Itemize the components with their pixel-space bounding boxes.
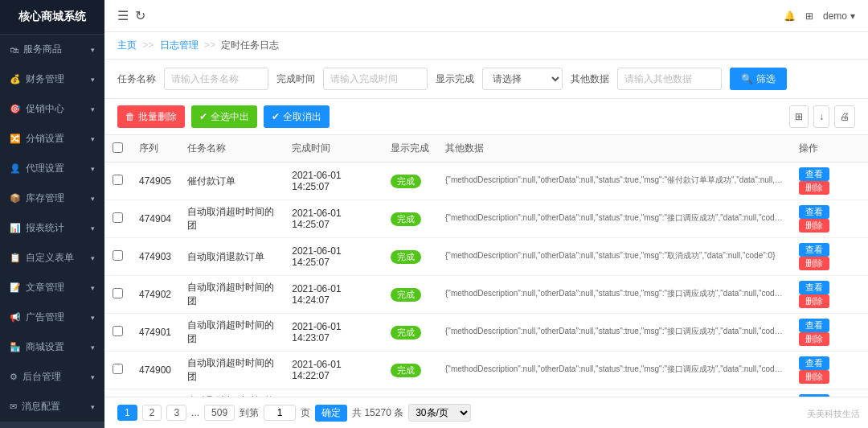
row-op[interactable]: 查看 删除 [791, 314, 868, 352]
row-op[interactable]: 查看 删除 [791, 238, 868, 276]
table-body: 474905 催付款订单 2021-06-01 14:25:07 完成 {"me… [104, 163, 868, 397]
row-checkbox-cell[interactable] [104, 238, 131, 276]
goto-input[interactable] [264, 405, 296, 421]
sidebar-item-finance[interactable]: 💰财务管理 ▾ [0, 64, 104, 94]
view-button[interactable]: 查看 [799, 356, 829, 370]
delete-button[interactable]: 删除 [799, 219, 829, 233]
row-id: 474902 [131, 276, 179, 314]
complete-time-input[interactable] [323, 68, 428, 90]
row-checkbox-cell[interactable] [104, 200, 131, 238]
breadcrumb-home[interactable]: 主页 [117, 39, 137, 51]
row-checkbox-cell[interactable] [104, 314, 131, 352]
row-name: 催付款订单 [179, 163, 284, 200]
ad-icon: 📢 [10, 312, 21, 323]
is-complete-select[interactable]: 请选择 是 否 [482, 68, 563, 90]
row-checkbox-cell[interactable] [104, 389, 131, 397]
extra-data-input[interactable] [617, 68, 722, 90]
header-checkbox[interactable] [113, 142, 123, 153]
search-icon: 🔍 [741, 73, 753, 84]
sidebar-item-services[interactable]: 🛍服务商品 ▾ [0, 35, 104, 64]
inventory-icon: 📦 [10, 193, 21, 204]
print-button[interactable]: 🖨 [834, 105, 855, 128]
total-label: 共 15270 条 [352, 406, 403, 420]
row-checkbox[interactable] [113, 212, 123, 223]
sidebar-item-backend[interactable]: ⚙后台管理 ▾ [0, 362, 104, 392]
row-op[interactable]: 查看 删除 [791, 276, 868, 314]
sidebar-item-report[interactable]: 📊报表统计 ▾ [0, 213, 104, 243]
chevron-icon: ▾ [91, 165, 95, 173]
row-checkbox[interactable] [113, 364, 123, 374]
page-size-select[interactable]: 30条/页 50条/页 100条/页 [408, 404, 471, 422]
select-all-button[interactable]: ✔ 全选中出 [191, 105, 257, 128]
search-button[interactable]: 🔍 筛选 [730, 68, 787, 90]
row-id: 474903 [131, 238, 179, 276]
chevron-icon: ▾ [91, 373, 95, 381]
col-data: 其他数据 [437, 135, 791, 163]
delete-button[interactable]: 删除 [799, 181, 829, 195]
user-chevron-icon: ▾ [850, 10, 855, 22]
row-id: 474905 [131, 163, 179, 200]
notification-icon[interactable]: 🔔 [784, 10, 796, 22]
select-cancel-button[interactable]: ✔ 全取消出 [264, 105, 330, 128]
sidebar-item-branch[interactable]: 🔀分销设置 ▾ [0, 124, 104, 154]
finance-icon: 💰 [10, 74, 21, 84]
sidebar-item-inventory[interactable]: 📦库存管理 ▾ [0, 183, 104, 213]
delete-button[interactable]: 删除 [799, 370, 829, 384]
row-checkbox-cell[interactable] [104, 276, 131, 314]
row-checkbox-cell[interactable] [104, 352, 131, 389]
sidebar-item-agent[interactable]: 👤代理设置 ▾ [0, 154, 104, 183]
page-btn-509[interactable]: 509 [204, 405, 235, 421]
export-button[interactable]: ↓ [813, 105, 829, 128]
sidebar-item-promotion[interactable]: 🎯促销中心 ▾ [0, 94, 104, 124]
chevron-icon: ▾ [91, 105, 95, 113]
chevron-icon: ▾ [91, 195, 95, 203]
topbar: ☰ ↻ 🔔 ⊞ demo ▾ [104, 0, 868, 32]
user-menu[interactable]: demo ▾ [823, 10, 855, 22]
action-bar-left: 🗑 批量删除 ✔ 全选中出 ✔ 全取消出 [117, 105, 330, 128]
delete-button[interactable]: 删除 [799, 294, 829, 308]
view-button[interactable]: 查看 [799, 205, 829, 219]
task-name-label: 任务名称 [117, 72, 156, 86]
sidebar-item-log[interactable]: 📄日志管理 ▴ [0, 422, 104, 428]
breadcrumb-sep1: >> [142, 39, 154, 51]
sidebar-item-msg[interactable]: ✉消息配置 ▾ [0, 392, 104, 422]
goto-confirm-button[interactable]: 确定 [315, 405, 347, 422]
page-btn-3[interactable]: 3 [166, 405, 186, 421]
sidebar-item-ad[interactable]: 📢广告管理 ▾ [0, 302, 104, 332]
branch-icon: 🔀 [10, 134, 21, 144]
menu-toggle-icon[interactable]: ☰ [117, 8, 129, 23]
row-op[interactable]: 查看 删除 [791, 389, 868, 397]
page-btn-1[interactable]: 1 [117, 405, 137, 421]
table-row: 474901 自动取消超时时间的团 2021-06-01 14:23:07 完成… [104, 314, 868, 352]
task-name-input[interactable] [164, 68, 268, 90]
column-setting-button[interactable]: ⊞ [789, 105, 809, 128]
breadcrumb-parent[interactable]: 日志管理 [160, 39, 199, 51]
view-button[interactable]: 查看 [799, 167, 829, 181]
table-row: 474900 自动取消超时时间的团 2021-06-01 14:22:07 完成… [104, 352, 868, 389]
sidebar-item-shop[interactable]: 🏪商城设置 ▾ [0, 332, 104, 362]
delete-button[interactable]: 删除 [799, 332, 829, 346]
page-btn-2[interactable]: 2 [142, 405, 162, 421]
refresh-icon[interactable]: ↻ [135, 8, 145, 23]
sidebar-item-custom[interactable]: 📋自定义表单 ▾ [0, 243, 104, 273]
batch-delete-button[interactable]: 🗑 批量删除 [117, 105, 185, 128]
row-op[interactable]: 查看 删除 [791, 163, 868, 200]
view-button[interactable]: 查看 [799, 281, 829, 294]
row-checkbox[interactable] [113, 326, 123, 336]
row-checkbox[interactable] [113, 175, 123, 185]
row-checkbox-cell[interactable] [104, 163, 131, 200]
row-data: {"methodDescription":null,"otherData":nu… [437, 389, 791, 397]
sidebar-logo: 核心商城系统 [0, 0, 104, 35]
sidebar: 核心商城系统 🛍服务商品 ▾ 💰财务管理 ▾ 🎯促销中心 ▾ 🔀分销设置 ▾ 👤… [0, 0, 104, 428]
sidebar-item-article[interactable]: 📝文章管理 ▾ [0, 273, 104, 302]
view-button[interactable]: 查看 [799, 243, 829, 257]
view-button[interactable]: 查看 [799, 319, 829, 332]
grid-icon[interactable]: ⊞ [805, 10, 813, 22]
delete-button[interactable]: 删除 [799, 257, 829, 270]
col-op: 操作 [791, 135, 868, 163]
row-checkbox[interactable] [113, 288, 123, 298]
row-op[interactable]: 查看 删除 [791, 352, 868, 389]
row-op[interactable]: 查看 删除 [791, 200, 868, 238]
select-all-checkbox-header[interactable] [104, 135, 131, 163]
row-checkbox[interactable] [113, 250, 123, 261]
